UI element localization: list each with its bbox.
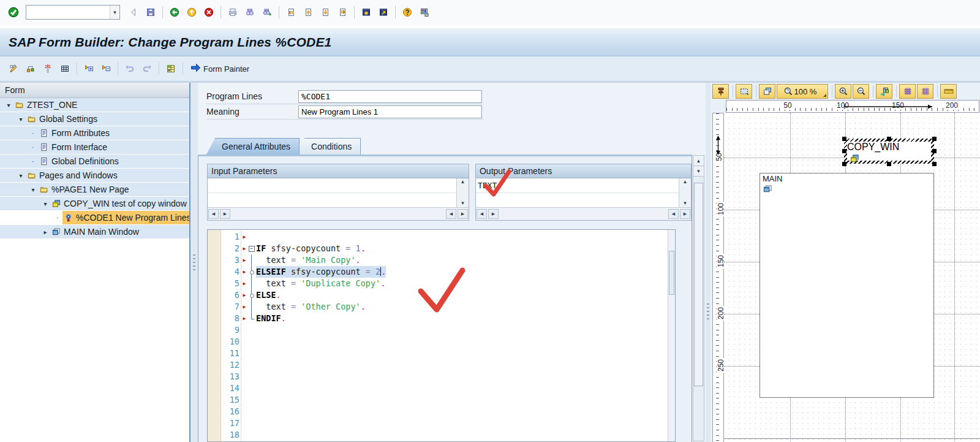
tab-general-attributes[interactable]: General Attributes (206, 138, 300, 154)
parameter-row[interactable] (208, 178, 456, 193)
painter-splitter[interactable] (706, 83, 710, 442)
tree-item-copy-win-test-of-copy-window[interactable]: ▾COPY_WIN test of copy window (0, 197, 189, 211)
ruler-button[interactable] (940, 84, 957, 99)
selection-handle[interactable] (887, 162, 891, 166)
parameter-row[interactable] (208, 193, 456, 208)
next-page-button[interactable] (317, 4, 333, 20)
selection-handle[interactable] (842, 137, 846, 141)
scroll-down-icon[interactable]: ▼ (461, 201, 466, 206)
table-painter-button[interactable] (57, 61, 73, 77)
tree-expander-icon[interactable]: ▾ (28, 186, 38, 193)
tree-item-pages-and-windows[interactable]: ▾Pages and Windows (0, 169, 189, 183)
field-list-button[interactable] (23, 61, 39, 77)
parameter-row[interactable]: TEXT (476, 178, 679, 193)
tree-splitter[interactable] (190, 83, 198, 442)
code-line[interactable]: 16 (221, 406, 675, 417)
scroll-right-icon[interactable]: ▶ (488, 209, 499, 219)
create-shortcut-button[interactable] (375, 4, 391, 20)
code-line[interactable]: 12 (221, 359, 675, 371)
print-button[interactable] (225, 4, 241, 20)
code-line[interactable]: 11 (221, 348, 675, 359)
code-line[interactable]: 15 (221, 394, 675, 406)
selection-handle[interactable] (842, 149, 846, 153)
code-line[interactable]: 5▶ text = 'Duplicate Copy'. (221, 278, 675, 289)
tree-expander-icon[interactable]: ▾ (4, 102, 13, 109)
tree-item-form-attributes[interactable]: ·Form Attributes (0, 126, 189, 140)
tab-conditions[interactable]: Conditions (296, 138, 361, 154)
code-editor[interactable]: 1▶2▶−IF sfsy-copycount = 1.3▶ text = 'Ma… (207, 229, 676, 442)
code-line[interactable]: 10 (221, 336, 675, 348)
code-line[interactable]: 6▶ELSE. (221, 289, 675, 301)
cancel-circle-button[interactable] (201, 4, 217, 20)
copy-appearance-button[interactable] (759, 84, 775, 99)
output-parameters-table[interactable]: TEXT (476, 178, 679, 207)
form-painter-button[interactable]: Form Painter (186, 60, 254, 77)
code-line[interactable]: 17 (221, 417, 675, 429)
tree-item-page1-new-page[interactable]: ▾%PAGE1 New Page (0, 183, 189, 197)
back-circle-button[interactable] (167, 4, 183, 20)
tree-item-global-settings[interactable]: ▾Global Settings (0, 112, 189, 126)
first-page-button[interactable] (283, 4, 299, 20)
undo-button[interactable] (122, 61, 138, 77)
editor-scrollbar[interactable] (668, 230, 675, 441)
fold-marker-icon[interactable]: − (247, 243, 256, 254)
scroll-up-icon[interactable]: ▲ (461, 180, 466, 185)
collapse-subtree-button[interactable] (98, 61, 114, 77)
code-line[interactable]: 1▶ (221, 231, 675, 243)
scroll-down-icon[interactable]: ▼ (683, 201, 688, 206)
scroll-left-icon[interactable]: ◀ (208, 209, 219, 219)
expand-subtree-button[interactable] (81, 61, 97, 77)
exit-circle-button[interactable] (184, 4, 200, 20)
pin-button[interactable] (712, 84, 729, 99)
code-line[interactable]: 2▶−IF sfsy-copycount = 1. (221, 243, 675, 254)
transfer-grid-button[interactable] (876, 84, 892, 99)
code-line[interactable]: 9 (221, 324, 675, 336)
scrollbar-thumb[interactable] (694, 183, 703, 386)
grid-button[interactable] (899, 84, 916, 99)
code-line[interactable]: 8▶ENDIF. (221, 313, 675, 324)
select-area-button[interactable] (736, 84, 752, 99)
command-dropdown-icon[interactable]: ▼ (110, 6, 119, 19)
save-button[interactable] (143, 4, 159, 20)
output-parameters-vscroll[interactable]: ▲▼ (679, 178, 691, 207)
tree-expander-icon[interactable]: ▸ (40, 229, 50, 235)
tree-item-global-definitions[interactable]: ·Global Definitions (0, 154, 189, 169)
code-line[interactable]: 18 (221, 429, 675, 441)
customize-layout-button[interactable] (417, 4, 432, 20)
new-session-button[interactable] (358, 4, 374, 20)
redo-button[interactable] (139, 61, 155, 77)
insert-pattern-button[interactable] (163, 61, 179, 77)
scroll-right-icon[interactable]: ▶ (680, 209, 690, 219)
back-triangle-button[interactable] (126, 4, 141, 20)
parameter-row[interactable] (476, 193, 679, 208)
code-lines[interactable]: 1▶2▶−IF sfsy-copycount = 1.3▶ text = 'Ma… (221, 230, 675, 441)
magic-wand-button[interactable] (40, 61, 56, 77)
selection-handle[interactable] (932, 137, 937, 141)
tree-expander-icon[interactable]: ▾ (16, 172, 26, 179)
scroll-left-icon[interactable]: ◀ (477, 209, 487, 219)
painter-canvas[interactable]: COPY_WINMAIN (724, 113, 980, 442)
scroll-left-icon[interactable]: ◀ (446, 209, 456, 219)
scroll-right-icon[interactable]: ▶ (220, 209, 230, 219)
selection-handle[interactable] (932, 162, 937, 166)
display-change-button[interactable] (6, 61, 21, 77)
tree-item-ztest-one[interactable]: ▾ZTEST_ONE (0, 98, 189, 112)
meaning-field[interactable] (298, 105, 482, 118)
painter-window-copy_win[interactable]: COPY_WIN (844, 139, 934, 164)
scroll-left-icon[interactable]: ◀ (668, 209, 679, 219)
code-line[interactable]: 13 (221, 371, 675, 383)
help-button[interactable] (399, 4, 415, 20)
selection-handle[interactable] (932, 149, 937, 153)
tree-expander-icon[interactable]: ▾ (40, 200, 50, 207)
last-page-button[interactable] (334, 4, 350, 20)
selection-handle[interactable] (887, 137, 891, 141)
enter-check-button[interactable] (6, 4, 21, 20)
code-line[interactable]: 7▶ text = 'Other Copy'. (221, 301, 675, 313)
panel-scrollbar[interactable]: ▲ ▼ (693, 155, 704, 441)
zoom-in-button[interactable] (835, 84, 851, 99)
previous-page-button[interactable] (300, 4, 316, 20)
command-input[interactable] (26, 7, 110, 18)
tree-expander-icon[interactable]: ▾ (16, 116, 26, 123)
selection-handle[interactable] (842, 162, 846, 166)
scroll-right-icon[interactable]: ▶ (458, 209, 468, 219)
